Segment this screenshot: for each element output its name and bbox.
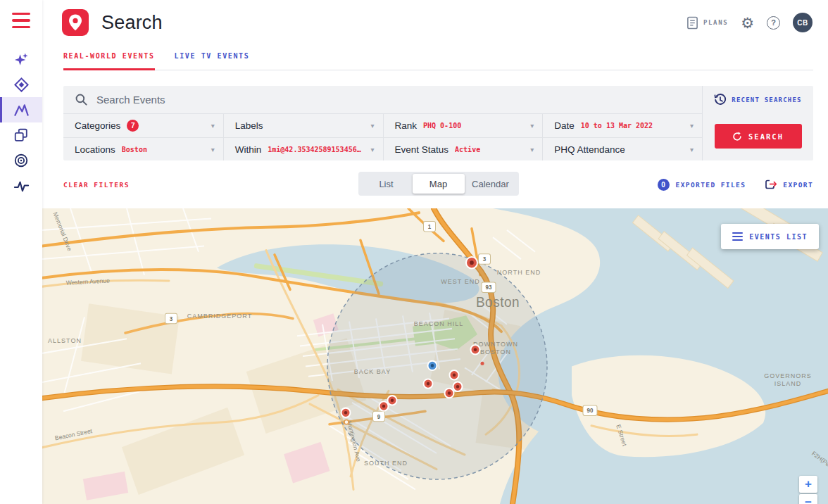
- filter-categories[interactable]: Categories 7 ▾: [63, 114, 223, 137]
- map-label-allston: ALLSTON: [48, 337, 82, 344]
- filter-rank[interactable]: Rank PHQ 0-100 ▾: [383, 114, 543, 137]
- sidebar-item-beam[interactable]: [0, 46, 42, 72]
- sparkles-icon: [13, 51, 30, 68]
- highway-shield: 1: [424, 222, 436, 232]
- events-list-label: EVENTS LIST: [749, 233, 808, 241]
- map-area: 1 3 93 3 9 90 Boston NORTH END WEST END …: [42, 208, 828, 504]
- map-label-west-end: WEST END: [441, 278, 479, 285]
- map-label-south-end: SOUTH END: [364, 460, 408, 467]
- map-label-boston: Boston: [476, 295, 520, 310]
- chevron-down-icon: ▾: [365, 122, 374, 130]
- sidebar-item-beam-target[interactable]: [0, 148, 42, 173]
- filter-locations-value: Boston: [122, 146, 147, 153]
- chevron-down-icon: ▾: [525, 122, 534, 130]
- map-label-governors-2: ISLAND: [774, 380, 801, 387]
- filter-event-status[interactable]: Event Status Active ▾: [383, 137, 543, 160]
- help-icon[interactable]: ?: [767, 16, 780, 30]
- view-toggle-calendar[interactable]: Calendar: [465, 174, 517, 194]
- events-list-button[interactable]: EVENTS LIST: [721, 224, 819, 249]
- sidebar-item-collections[interactable]: [0, 122, 42, 148]
- tab-live-tv-events[interactable]: LIVE TV EVENTS: [175, 48, 250, 70]
- filter-rank-value: PHQ 0-100: [423, 122, 461, 130]
- filter-date[interactable]: Date 10 to 13 Mar 2022 ▾: [542, 114, 702, 137]
- event-marker[interactable]: [341, 408, 351, 417]
- avatar[interactable]: CB: [793, 13, 813, 32]
- shield-label: 3: [483, 256, 487, 263]
- shield-label: 90: [587, 408, 594, 414]
- map-label-north-end: NORTH END: [497, 269, 541, 276]
- view-toggle-list[interactable]: List: [360, 174, 413, 194]
- categories-count-badge: 7: [127, 120, 139, 132]
- highway-shield: 90: [583, 405, 597, 415]
- peaks-icon: [13, 102, 30, 118]
- event-marker[interactable]: [471, 345, 480, 354]
- map-label-cambridgeport: CAMBRIDGEPORT: [187, 313, 252, 320]
- plans-document-icon: [686, 16, 698, 30]
- highway-shield: 93: [482, 282, 496, 292]
- chevron-down-icon: ▾: [684, 122, 694, 130]
- event-marker[interactable]: [380, 401, 389, 410]
- filter-phq-attendance[interactable]: PHQ Attendance ▾: [542, 137, 702, 160]
- app-logo[interactable]: [62, 9, 89, 36]
- sidebar-item-explorer[interactable]: [0, 72, 42, 97]
- gear-icon[interactable]: ⚙: [741, 15, 754, 30]
- main-content: Search PLANS ⚙ ? CB REAL-WORLD EVENTS LI…: [42, 0, 828, 504]
- recent-searches-button[interactable]: RECENT SEARCHES: [714, 86, 801, 114]
- filter-grid: Categories 7 ▾ Labels ▾ Rank PHQ 0-100 ▾…: [63, 114, 702, 160]
- search-input[interactable]: [96, 94, 694, 106]
- filter-labels[interactable]: Labels ▾: [223, 114, 383, 137]
- search-icon: [75, 93, 88, 106]
- target-icon: [13, 153, 29, 168]
- filter-locations-label: Locations: [75, 144, 115, 155]
- event-marker-small[interactable]: [481, 362, 484, 365]
- highway-shield: 3: [479, 254, 491, 264]
- exported-count-badge: 0: [658, 179, 670, 191]
- chevron-down-icon: ▾: [365, 146, 374, 153]
- event-marker[interactable]: [388, 396, 397, 405]
- map-label-downtown-2: BOSTON: [480, 348, 511, 355]
- filter-categories-label: Categories: [75, 120, 120, 131]
- zoom-in-button[interactable]: +: [799, 476, 817, 493]
- event-marker[interactable]: [424, 379, 433, 388]
- shield-label: 9: [377, 413, 381, 420]
- results-bar: CLEAR FILTERS List Map Calendar 0 EXPORT…: [63, 172, 813, 197]
- map-label-downtown-1: DOWNTOWN: [473, 340, 518, 347]
- event-marker[interactable]: [466, 257, 477, 268]
- search-button-label: SEARCH: [748, 132, 784, 141]
- event-marker[interactable]: [445, 389, 454, 398]
- search-panel: Categories 7 ▾ Labels ▾ Rank PHQ 0-100 ▾…: [63, 86, 813, 160]
- search-button[interactable]: SEARCH: [715, 124, 802, 149]
- history-clock-icon: [714, 94, 727, 106]
- clear-filters-button[interactable]: CLEAR FILTERS: [63, 181, 130, 189]
- sidebar-item-search-active[interactable]: [0, 97, 42, 122]
- highway-shield: 9: [373, 411, 385, 421]
- sidebar-item-analytics[interactable]: [0, 173, 42, 199]
- event-marker-small[interactable]: [344, 420, 349, 424]
- list-icon: [732, 232, 743, 241]
- hamburger-menu-icon[interactable]: [12, 13, 30, 28]
- plans-button[interactable]: PLANS: [686, 16, 728, 30]
- export-button[interactable]: EXPORT: [764, 178, 813, 191]
- event-marker[interactable]: [453, 382, 463, 391]
- zoom-out-button[interactable]: −: [799, 494, 817, 504]
- filter-within[interactable]: Within 1mi@42.35342589153456,-71.... ▾: [223, 137, 383, 160]
- filter-labels-label: Labels: [235, 120, 263, 131]
- view-toggle-map[interactable]: Map: [413, 174, 465, 194]
- map-canvas[interactable]: 1 3 93 3 9 90 Boston NORTH END WEST END …: [42, 208, 828, 504]
- refresh-icon: [732, 132, 742, 141]
- map-label-back-bay: BACK BAY: [354, 368, 391, 375]
- filter-date-value: 10 to 13 Mar 2022: [581, 122, 653, 130]
- view-toggle: List Map Calendar: [358, 172, 519, 196]
- exported-files-button[interactable]: 0 EXPORTED FILES: [658, 179, 746, 191]
- event-marker[interactable]: [450, 370, 459, 379]
- filter-event-status-label: Event Status: [395, 144, 449, 155]
- export-label: EXPORT: [783, 181, 813, 189]
- chevron-down-icon: ▾: [684, 146, 694, 153]
- filter-phq-attendance-label: PHQ Attendance: [554, 144, 625, 155]
- recent-searches-label: RECENT SEARCHES: [732, 96, 801, 103]
- map-label-beacon-hill: BEACON HILL: [414, 320, 463, 327]
- tab-real-world-events[interactable]: REAL-WORLD EVENTS: [63, 48, 155, 70]
- filter-locations[interactable]: Locations Boston ▾: [63, 137, 223, 160]
- copy-icon: [13, 127, 29, 143]
- selected-event-marker[interactable]: [428, 361, 437, 370]
